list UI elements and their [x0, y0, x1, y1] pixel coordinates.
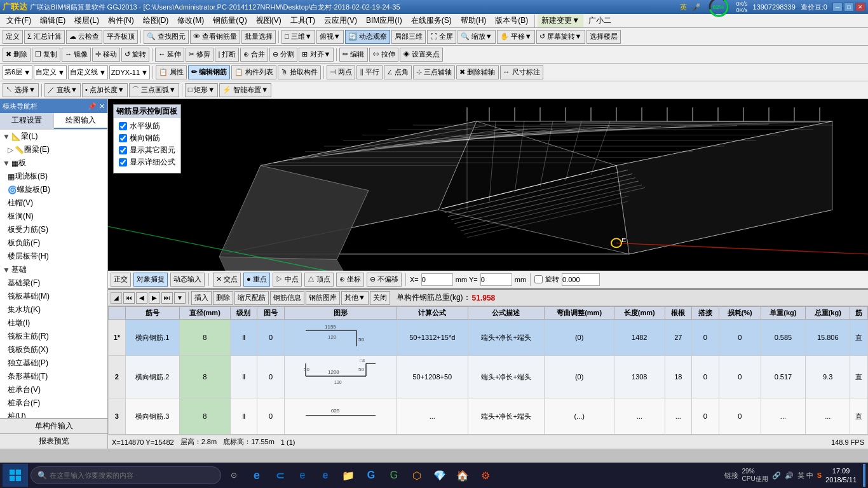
tree-item-slabstress[interactable]: 板受力筋(S): [0, 223, 107, 236]
btn-mirror[interactable]: ↔ 镜像: [62, 48, 91, 62]
tree-item-slab[interactable]: ▼ ▦ 板: [0, 156, 107, 170]
custom-select[interactable]: 自定义 ▼: [34, 65, 67, 79]
btn-del-aux[interactable]: ✖ 删除辅轴: [456, 65, 498, 79]
chk-transv-rebar[interactable]: [119, 134, 127, 142]
btn-smart[interactable]: ⚡ 智能布置▼: [219, 83, 271, 97]
btn-scale-rebar[interactable]: 缩尺配筋: [234, 291, 269, 305]
search-input[interactable]: [50, 471, 189, 479]
menu-modify[interactable]: 修改(M): [173, 14, 208, 27]
btn-three-aux[interactable]: ⊹ 三点辅轴: [413, 65, 455, 79]
chk-formula[interactable]: [119, 158, 127, 166]
menu-view[interactable]: 视图(V): [252, 14, 285, 27]
btn-edit[interactable]: ✏ 编辑: [339, 48, 367, 62]
tree-item-slabhole[interactable]: 板洞(N): [0, 210, 107, 223]
btn-screen-rotate[interactable]: ↺ 屏幕旋转▼: [536, 30, 585, 44]
tree-item-foundbeam[interactable]: 基础梁(F): [0, 276, 107, 290]
nav-first[interactable]: ⏮: [123, 292, 135, 304]
btn-insert[interactable]: 插入: [191, 291, 212, 305]
btn-attr[interactable]: 📋 属性: [156, 65, 187, 79]
menu-floor[interactable]: 楼层(L): [71, 14, 103, 27]
btn-extend[interactable]: ↔ 延伸: [155, 48, 184, 62]
taskbar-edge2[interactable]: e: [292, 465, 313, 485]
btn-nooffset[interactable]: ⊖ 不偏移: [367, 273, 402, 287]
btn-batch[interactable]: 批量选择: [241, 30, 276, 44]
btn-find[interactable]: 🔍 查找图元: [144, 30, 189, 44]
rotate-chk[interactable]: [534, 275, 543, 283]
btn-flatten[interactable]: 平齐板顶: [104, 30, 138, 44]
btn-move[interactable]: ✛ 移动: [92, 48, 120, 62]
taskbar-cortana[interactable]: ⊙: [224, 465, 244, 485]
btn-orthogonal[interactable]: 正交: [111, 273, 131, 287]
menu-draw[interactable]: 绘图(D): [139, 14, 173, 27]
btn-coord[interactable]: ⊕ 坐标: [336, 273, 364, 287]
tree-item-beam[interactable]: ▼ 📐 梁(L): [0, 130, 107, 143]
btn-3d[interactable]: □ 三维▼: [281, 30, 315, 44]
taskbar-edge[interactable]: ⊂: [269, 465, 290, 485]
btn-top[interactable]: 俯视▼: [316, 30, 344, 44]
btn-point-ext[interactable]: • 点加长度▼: [82, 83, 128, 97]
nav-prev[interactable]: ◀: [136, 292, 147, 304]
btn-copy[interactable]: ❐ 复制: [32, 48, 60, 62]
btn-midpoint[interactable]: ▷ 中点: [273, 273, 302, 287]
nav-resize[interactable]: ◢: [111, 292, 122, 304]
taskbar-search[interactable]: 🔍: [31, 466, 221, 484]
tree-item-raftneg[interactable]: 筏板负筋(X): [0, 343, 107, 356]
taskbar-app4[interactable]: ⚙: [475, 465, 496, 485]
nav-play[interactable]: ▶: [149, 292, 160, 304]
taskbar-ie3[interactable]: e: [315, 465, 336, 485]
btn-rebar-info[interactable]: 钢筋信息: [270, 291, 304, 305]
btn-line[interactable]: ／ 直线▼: [44, 83, 81, 97]
table-row[interactable]: 2 横向钢筋.2 8 Ⅱ 0 1208: [109, 356, 868, 398]
sidebar-pin[interactable]: 📌: [88, 102, 97, 111]
rotate-input[interactable]: [562, 273, 600, 286]
tab-project-setup[interactable]: 工程设置: [0, 113, 54, 129]
tree-item-strip[interactable]: 条形基础(T): [0, 370, 107, 383]
tree-item-coldun[interactable]: 柱墩(I): [0, 316, 107, 330]
tree-item-raftmain[interactable]: 筏板主筋(R): [0, 330, 107, 343]
tree-item-isolate[interactable]: 独立基础(P): [0, 356, 107, 370]
btn-align[interactable]: ⊞ 对齐▼: [299, 48, 334, 62]
chk-horiz-rebar[interactable]: [119, 122, 127, 130]
menu-rebar[interactable]: 钢筋量(Q): [209, 14, 250, 27]
menu-bim[interactable]: BIM应用(I): [362, 14, 406, 27]
btn-rect[interactable]: □ 矩形▼: [185, 83, 219, 97]
3d-view[interactable]: 钢筋显示控制面板 水平纵筋 横向钢筋 显示其它图元 显示详细公式: [108, 99, 868, 271]
taskbar-app1[interactable]: ⬡: [407, 465, 427, 485]
tree-item-sumppit[interactable]: 集水坑(K): [0, 303, 107, 316]
btn-define[interactable]: 定义: [3, 30, 23, 44]
taskbar-app2[interactable]: 💎: [430, 465, 450, 485]
tree-item-pile[interactable]: 桩(U): [0, 410, 107, 418]
taskbar-ie[interactable]: e: [247, 465, 267, 485]
menu-help[interactable]: 帮助(H): [457, 14, 491, 27]
start-button[interactable]: [3, 464, 28, 487]
btn-stretch[interactable]: ⇔ 拉伸: [369, 48, 398, 62]
tree-item-foundation[interactable]: ▼ 基础: [0, 263, 107, 276]
btn-merge[interactable]: ⊕ 合并: [240, 48, 268, 62]
btn-local-3d[interactable]: 局部三维: [391, 30, 426, 44]
btn-intersect[interactable]: ✕ 交点: [213, 273, 241, 287]
menu-version[interactable]: 版本号(B): [491, 14, 532, 27]
tree-item-raftfound[interactable]: 筏板基础(M): [0, 290, 107, 303]
btn-dynamic-input[interactable]: 动态输入: [170, 273, 205, 287]
nav-last[interactable]: ⏭: [161, 292, 173, 304]
btn-other[interactable]: 其他▼: [341, 291, 369, 305]
close-button[interactable]: ✕: [855, 3, 865, 11]
menu-component[interactable]: 构件(N): [104, 14, 138, 27]
chk-other-elem[interactable]: [119, 146, 127, 154]
btn-dim[interactable]: ↔ 尺寸标注: [500, 65, 543, 79]
tree-item-pilecap2[interactable]: 桩承台(F): [0, 396, 107, 410]
btn-three-arc[interactable]: ⌒ 三点画弧▼: [129, 83, 179, 97]
btn-midpt[interactable]: ● 重点: [243, 273, 270, 287]
tree-item-slabnegs[interactable]: 板负筋(F): [0, 236, 107, 250]
menu-edit[interactable]: 编辑(E): [36, 14, 69, 27]
minimize-button[interactable]: ─: [832, 3, 843, 11]
btn-split[interactable]: ⊖ 分割: [269, 48, 297, 62]
show-desktop-btn[interactable]: [863, 464, 865, 487]
btn-view-rebar[interactable]: 👁 查看钢筋量: [190, 30, 240, 44]
btn-break[interactable]: | 打断: [215, 48, 239, 62]
btn-rotate[interactable]: ↺ 旋转: [121, 48, 149, 62]
btn-fullscreen[interactable]: ⛶ 全屏: [427, 30, 456, 44]
menu-online[interactable]: 在线服务(S): [407, 14, 456, 27]
table-row[interactable]: 1* 横向钢筋.1 8 Ⅱ 0 1155 50 1: [109, 320, 868, 356]
x-input[interactable]: [421, 273, 453, 286]
